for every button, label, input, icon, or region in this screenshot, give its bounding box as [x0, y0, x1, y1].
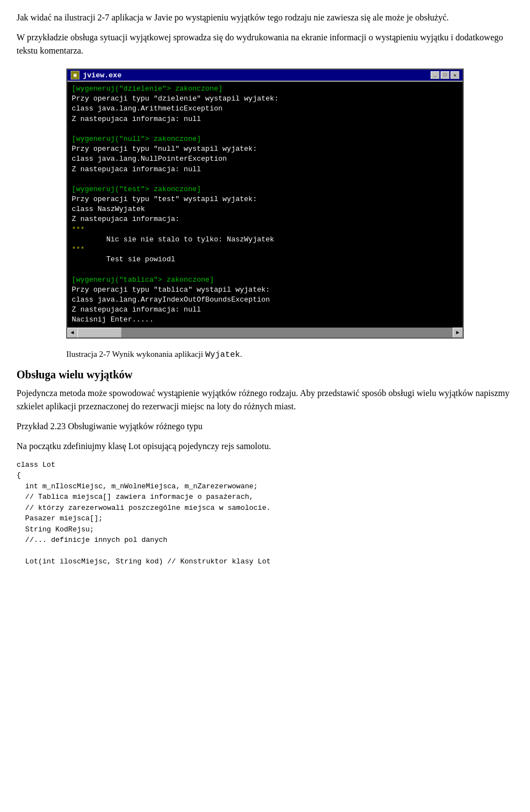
- example-label: Przykład 2.23 Obsługiwanie wyjątków różn…: [17, 420, 513, 433]
- intro-para2: W przykładzie obsługa sytuacji wyjątkowe…: [17, 31, 513, 57]
- console-line: [72, 124, 458, 134]
- section-heading: Obsługa wielu wyjątków: [17, 368, 513, 381]
- console-line: ***: [72, 225, 458, 235]
- scroll-thumb[interactable]: [77, 328, 121, 338]
- console-window: ▣ jview.exe _ □ ✕ [wygeneruj("dzielenie"…: [66, 68, 464, 339]
- figure-caption: Ilustracja 2-7 Wynik wykonania aplikacji…: [66, 350, 464, 360]
- console-line: class java.lang.ArrayIndexOutOfBoundsExc…: [72, 295, 458, 305]
- console-line: Z nastepujaca informacja: null: [72, 305, 458, 315]
- console-line: Przy operacji typu "test" wystapil wyjat…: [72, 194, 458, 204]
- console-line: [wygeneruj("null"> zakonczone]: [72, 134, 458, 144]
- maximize-button[interactable]: □: [441, 71, 449, 79]
- console-line: class java.lang.NullPointerException: [72, 154, 458, 164]
- console-line: Przy operacji typu "null" wystapil wyjat…: [72, 144, 458, 154]
- scroll-left-button[interactable]: ◄: [67, 328, 77, 338]
- console-line: [wygeneruj("test"> zakonczone]: [72, 184, 458, 194]
- console-line: [wygeneruj("dzielenie"> zakonczone]: [72, 84, 458, 94]
- console-output: [wygeneruj("dzielenie"> zakonczone] Przy…: [67, 82, 463, 328]
- intro-para1: Jak widać na ilustracji 2-7 aplikacja w …: [17, 11, 513, 24]
- console-line: ***: [72, 245, 458, 255]
- code-block: class Lot { int m_nIloscMiejsc, m_nWolne…: [17, 460, 513, 567]
- console-line: Nic sie nie stalo to tylko: NaszWyjatek: [72, 235, 458, 245]
- section-para2: Na początku zdefiniujmy klasę Lot opisuj…: [17, 440, 513, 453]
- titlebar-left: ▣ jview.exe: [71, 71, 121, 80]
- console-line: [72, 175, 458, 184]
- section-para1: Pojedyncza metoda może spowodować wystąp…: [17, 387, 513, 413]
- console-line: class java.lang.ArithmeticException: [72, 104, 458, 114]
- console-line: Z nastepujaca informacja: null: [72, 165, 458, 175]
- console-line: Przy operacji typu "dzielenie" wystapil …: [72, 94, 458, 104]
- caption-period: .: [240, 350, 242, 358]
- minimize-button[interactable]: _: [431, 71, 439, 79]
- caption-code: Wyjatek: [205, 350, 240, 360]
- console-line: Z nastepujaca informacja:: [72, 214, 458, 224]
- console-line: Z nastepujaca informacja: null: [72, 114, 458, 124]
- console-titlebar: ▣ jview.exe _ □ ✕: [67, 70, 463, 82]
- console-line: [wygeneruj("tablica"> zakonczone]: [72, 275, 458, 285]
- console-line: Nacisnij Enter.....: [72, 315, 458, 325]
- scroll-track[interactable]: [77, 328, 453, 338]
- console-title: jview.exe: [83, 71, 121, 80]
- close-button[interactable]: ✕: [451, 71, 459, 79]
- scroll-right-button[interactable]: ►: [453, 328, 463, 338]
- console-line: [72, 265, 458, 275]
- console-line: Test sie powiodl: [72, 255, 458, 265]
- console-line: Przy operacji typu "tablica" wystapil wy…: [72, 285, 458, 295]
- console-window-buttons: _ □ ✕: [431, 71, 459, 79]
- console-line: class NaszWyjatek: [72, 204, 458, 214]
- scrollbar[interactable]: ◄ ►: [67, 328, 463, 338]
- caption-text: Ilustracja 2-7 Wynik wykonania aplikacji: [66, 350, 205, 358]
- console-app-icon: ▣: [71, 71, 80, 80]
